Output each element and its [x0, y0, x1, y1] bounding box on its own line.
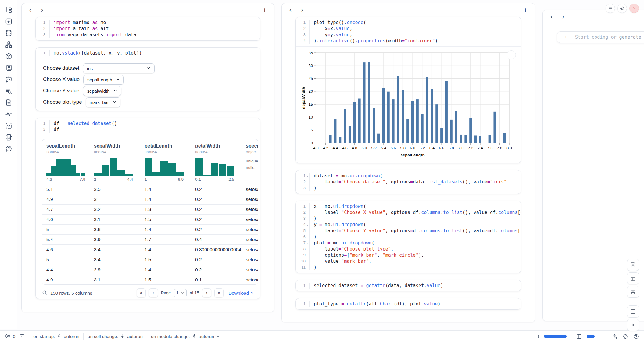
code-editor[interactable]: 1import marimo as mo2import altair as al… — [36, 17, 260, 40]
histogram-bar[interactable] — [168, 163, 176, 176]
code-editor[interactable]: 1df = selected_dataset()2df — [36, 118, 260, 135]
table-row[interactable]: 4.63.11.50.2setosa — [42, 214, 258, 224]
bar-4.4[interactable] — [334, 119, 336, 143]
histogram-bar[interactable] — [66, 159, 71, 176]
histogram-bar[interactable] — [46, 173, 51, 176]
error-indicator[interactable]: 0 — [5, 333, 15, 340]
bar-5.2[interactable] — [373, 108, 375, 143]
layout-button[interactable] — [627, 272, 639, 284]
code-editor[interactable]: 1mo.vstack([dataset, x, y, plot]) — [36, 48, 260, 59]
code-editor[interactable]: 1⌄plot_type().encode(2 x=x.value,3 y=y.v… — [296, 17, 521, 46]
menu-button[interactable] — [606, 4, 615, 13]
bar-6.7[interactable] — [445, 81, 448, 143]
dependency-graph-icon[interactable] — [5, 41, 13, 48]
bar-7.9[interactable] — [503, 133, 506, 143]
toggle-pill[interactable] — [587, 335, 595, 338]
table-row[interactable]: 4.73.21.30.2setosa — [42, 204, 258, 214]
table-row[interactable]: 5.43.91.70.4setosa — [42, 234, 258, 244]
bar-7[interactable] — [460, 135, 462, 143]
database-icon[interactable] — [5, 29, 13, 37]
search-icon[interactable] — [42, 290, 47, 296]
scratchpad-icon[interactable] — [5, 134, 13, 141]
next-page-button[interactable]: › — [202, 288, 211, 297]
histogram-bar[interactable] — [219, 164, 226, 176]
table-row[interactable]: 53.61.40.2setosa — [42, 224, 258, 234]
run-button[interactable] — [627, 319, 639, 331]
fold-chevron-icon[interactable]: ⌄ — [306, 20, 309, 26]
runtime-config-2[interactable]: on cell change:autorun — [88, 334, 143, 339]
bar-5[interactable] — [363, 62, 366, 143]
histogram-bar[interactable] — [160, 161, 168, 176]
dropdown-choose-y-value[interactable]: sepalWidth — [83, 86, 121, 96]
dropdown-choose-plot-type[interactable]: mark_bar — [86, 97, 120, 107]
keyboard-icon[interactable] — [533, 333, 539, 340]
bar-7.7[interactable] — [493, 112, 496, 143]
function-icon[interactable] — [5, 18, 13, 25]
table-row[interactable]: 5.13.51.40.2setosa — [42, 184, 258, 194]
help-circle-icon[interactable] — [633, 333, 639, 340]
code-cell-middle-5[interactable]: 1plot_type = getattr(alt.Chart(df), plot… — [295, 298, 521, 310]
dropdown-choose-dataset[interactable]: iris — [83, 63, 155, 73]
histogram-bar[interactable] — [110, 158, 117, 176]
generate-link[interactable]: generate — [619, 34, 641, 40]
histogram-bar[interactable] — [102, 165, 109, 176]
bar-6.1[interactable] — [416, 99, 419, 143]
histogram-bar[interactable] — [227, 166, 234, 176]
histogram-bar[interactable] — [71, 165, 76, 176]
code-editor[interactable]: 1Start coding or generate with — [557, 32, 644, 43]
bar-7.1[interactable] — [464, 135, 467, 143]
bar-4.9[interactable] — [358, 99, 361, 143]
bar-6.6[interactable] — [440, 128, 443, 143]
histogram-bar[interactable] — [211, 163, 219, 176]
code-editor[interactable]: 1selected_dataset = getattr(data, datase… — [296, 280, 521, 291]
fold-chevron-icon[interactable]: ⌄ — [306, 240, 309, 246]
tracing-icon[interactable] — [5, 110, 13, 118]
bar-5.9[interactable] — [406, 119, 409, 143]
runtime-config-1[interactable]: on startup:autorun — [33, 334, 79, 339]
sparkles-icon[interactable] — [612, 333, 618, 340]
table-scroll-area[interactable]: sepalLengthfloat644.37.9sepalWidthfloat6… — [42, 139, 258, 285]
panel-next-button[interactable]: › — [41, 7, 44, 13]
command-button[interactable] — [627, 286, 639, 298]
code-cell-left-3[interactable]: 1df = selected_dataset()2dfsepalLengthfl… — [35, 118, 260, 299]
bar-6.4[interactable] — [431, 89, 433, 143]
bar-6.2[interactable] — [421, 114, 424, 143]
logs-icon[interactable] — [5, 87, 13, 95]
code-editor[interactable]: 1⌄x = mo.ui.dropdown(2 label="Choose X v… — [296, 201, 521, 273]
settings-button[interactable] — [617, 4, 627, 13]
histogram-bar[interactable] — [94, 173, 102, 176]
bar-4.7[interactable] — [349, 126, 351, 143]
table-row[interactable]: 4.63.41.40.3000000000000004setosa — [42, 244, 258, 255]
histogram-bar[interactable] — [61, 159, 66, 176]
code-cell-left-2[interactable]: 1mo.vstack([dataset, x, y, plot])Choose … — [35, 47, 260, 111]
bar-5.4[interactable] — [382, 88, 385, 143]
chart-menu-button[interactable] — [507, 50, 516, 59]
code-editor[interactable]: 1⌄dataset = mo.ui.dropdown(2 label="Choo… — [296, 170, 521, 194]
panel-next-button[interactable]: › — [562, 13, 565, 20]
histogram-bar[interactable] — [195, 158, 203, 176]
histogram-bar[interactable] — [81, 173, 85, 176]
chat-icon[interactable] — [5, 76, 13, 83]
table-row[interactable]: 53.41.50.2setosa — [42, 255, 258, 265]
panel-prev-button[interactable]: ‹ — [29, 7, 32, 13]
panel-prev-button[interactable]: ‹ — [289, 7, 292, 13]
loop-icon[interactable] — [622, 333, 628, 340]
histogram-bar[interactable] — [117, 170, 125, 176]
snippets-icon[interactable] — [5, 122, 13, 130]
histogram-bar[interactable] — [152, 172, 160, 176]
bar-7.6[interactable] — [489, 135, 491, 143]
save-button[interactable] — [627, 259, 639, 271]
add-cell-button[interactable]: + — [263, 6, 267, 14]
bar-6[interactable] — [411, 101, 414, 143]
file-tree-icon[interactable] — [5, 6, 13, 14]
close-button[interactable] — [629, 4, 639, 13]
panel-prev-button[interactable]: ‹ — [550, 13, 553, 20]
column-header-petalLength[interactable]: petalLengthfloat6416.9 — [145, 143, 184, 182]
package-icon[interactable] — [5, 52, 13, 60]
first-page-button[interactable]: « — [137, 288, 146, 297]
code-cell-middle-4[interactable]: 1selected_dataset = getattr(data, datase… — [295, 280, 521, 291]
table-row[interactable]: 4.931.40.2setosa — [42, 194, 258, 204]
table-row[interactable]: 4.42.91.40.2setosa — [42, 265, 258, 275]
bar-4.5[interactable] — [339, 137, 341, 143]
toggle-pill[interactable] — [544, 335, 567, 338]
